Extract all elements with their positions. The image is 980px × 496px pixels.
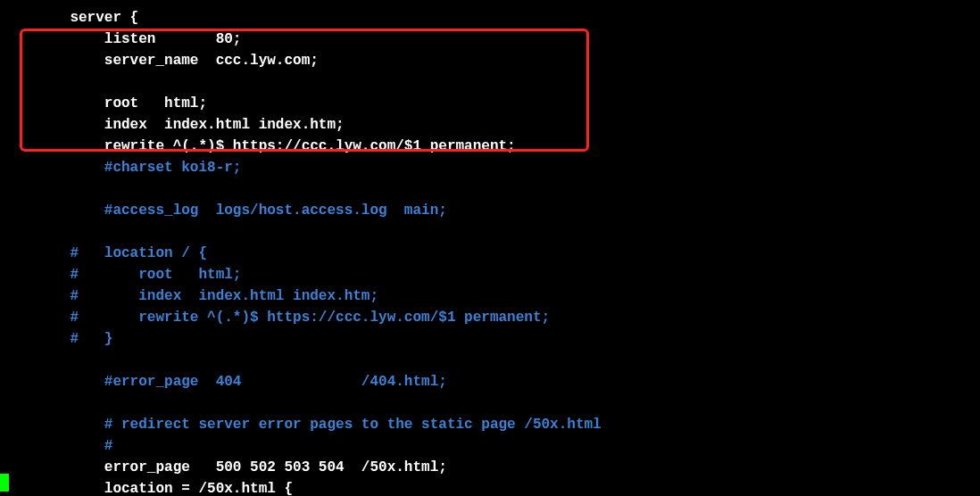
code-line: location = /50x.html { <box>0 478 980 496</box>
code-text: index index.html index.htm; <box>36 117 345 133</box>
code-line <box>0 71 980 93</box>
code-line: index index.html index.htm; <box>0 114 980 136</box>
code-line: # rewrite ^(.*)$ https://ccc.lyw.com/$1 … <box>0 307 980 328</box>
code-line: error_page 500 502 503 504 /50x.html; <box>0 457 980 478</box>
code-line: rewrite ^(.*)$ https://ccc.lyw.com/$1 pe… <box>0 136 980 157</box>
code-text: error_page 500 502 503 504 /50x.html; <box>36 459 447 475</box>
code-line <box>0 350 980 371</box>
code-line: server_name ccc.lyw.com; <box>0 50 980 71</box>
code-line: #charset koi8-r; <box>0 157 980 178</box>
code-text: # <box>36 438 112 454</box>
code-line: # <box>0 435 980 457</box>
code-text: root html; <box>36 95 207 112</box>
code-text: # redirect server error pages to the sta… <box>36 417 602 433</box>
code-line: # redirect server error pages to the sta… <box>0 414 980 435</box>
code-line: # index index.html index.htm; <box>0 285 980 307</box>
code-text: # rewrite ^(.*)$ https://ccc.lyw.com/$1 … <box>36 310 550 326</box>
code-text: server { <box>36 10 138 26</box>
code-line: listen 80; <box>0 29 980 50</box>
terminal-cursor <box>0 474 9 492</box>
code-text: # } <box>36 331 112 347</box>
code-text: rewrite ^(.*)$ https://ccc.lyw.com/$1 pe… <box>36 138 516 154</box>
code-text: server_name ccc.lyw.com; <box>36 53 319 69</box>
code-line: # root html; <box>0 264 980 285</box>
code-text: #error_page 404 /404.html; <box>36 374 447 390</box>
code-text: listen 80; <box>36 31 241 47</box>
code-line: # location / { <box>0 243 980 264</box>
code-line: # } <box>0 328 980 350</box>
code-line: server { <box>0 7 980 29</box>
code-text: # location / { <box>36 245 207 261</box>
terminal-code-block[interactable]: server { listen 80; server_name ccc.lyw.… <box>0 7 980 496</box>
code-line <box>0 393 980 414</box>
code-text: #charset koi8-r; <box>36 160 241 176</box>
code-line <box>0 221 980 243</box>
code-line <box>0 178 980 200</box>
code-line: #access_log logs/host.access.log main; <box>0 200 980 221</box>
code-text: #access_log logs/host.access.log main; <box>36 203 447 219</box>
code-line: #error_page 404 /404.html; <box>0 371 980 393</box>
code-text: # root html; <box>36 267 241 283</box>
code-text: location = /50x.html { <box>36 481 293 496</box>
code-text: # index index.html index.htm; <box>36 288 378 304</box>
code-line: root html; <box>0 93 980 114</box>
